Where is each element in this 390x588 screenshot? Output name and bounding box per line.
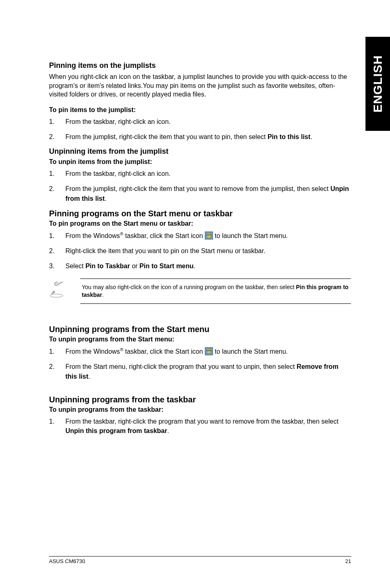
step: 2. From the jumplist, right-click the it… <box>49 184 351 203</box>
page-footer: ASUS CM6730 21 <box>49 556 351 564</box>
windows-start-icon <box>205 231 213 240</box>
step: 3. Select Pin to Taskbar or Pin to Start… <box>49 261 351 271</box>
step-text: From the Windows® taskbar, click the Sta… <box>65 346 351 357</box>
procedure-heading-pin-jumplist: To pin items to the jumplist: <box>49 106 351 114</box>
step: 1. From the taskbar, right-click an icon… <box>49 117 351 126</box>
steps-pin-programs: 1. From the Windows® taskbar, click the … <box>49 231 351 271</box>
step-text: Select Pin to Taskbar or Pin to Start me… <box>65 261 351 271</box>
procedure-heading-pin-programs: To pin programs on the Start menu or tas… <box>49 220 351 227</box>
windows-start-icon <box>205 347 213 355</box>
note-block: You may also right-click on the icon of … <box>49 278 351 304</box>
steps-pin-jumplist: 1. From the taskbar, right-click an icon… <box>49 117 351 141</box>
step: 1. From the taskbar, right-click an icon… <box>49 169 351 178</box>
step: 2. From the jumplist, right-click the it… <box>49 132 351 141</box>
step-number: 2. <box>49 132 65 141</box>
step-text: From the taskbar, right-click the progra… <box>65 417 351 435</box>
step-text: From the taskbar, right-click an icon. <box>65 117 351 126</box>
step-number: 2. <box>49 362 65 371</box>
svg-rect-3 <box>54 282 65 286</box>
step-number: 1. <box>49 347 65 356</box>
step-text: From the Windows® taskbar, click the Sta… <box>65 231 351 241</box>
step-number: 1. <box>49 417 65 426</box>
step-text: From the Start menu, right-click the pro… <box>65 362 351 381</box>
note-content-wrap: You may also right-click on the icon of … <box>80 278 351 304</box>
heading-unpin-taskbar: Unpinning programs from the taskbar <box>49 395 351 404</box>
page-content: Pinning items on the jumplists When you … <box>0 0 390 435</box>
footer-page-number: 21 <box>345 558 351 564</box>
step-number: 2. <box>49 246 65 256</box>
note-text: You may also right-click on the icon of … <box>80 279 351 303</box>
steps-unpin-jumplist: 1. From the taskbar, right-click an icon… <box>49 169 351 203</box>
steps-unpin-startmenu: 1. From the Windows® taskbar, click the … <box>49 346 351 381</box>
step-number: 1. <box>49 169 65 178</box>
heading-unpin-startmenu: Unpinning programs from the Start menu <box>49 325 351 334</box>
step-number: 2. <box>49 184 65 193</box>
heading-unpin-jumplist: Unpinning items from the jumplist <box>49 147 351 156</box>
procedure-heading-unpin-startmenu: To unpin programs from the Start menu: <box>49 336 351 343</box>
step-number: 3. <box>49 261 65 271</box>
note-rule-bottom <box>80 303 351 304</box>
heading-pin-programs: Pinning programs on the Start menu or ta… <box>49 209 351 218</box>
intro-pin-jumplist: When you right-click an icon on the task… <box>49 72 351 99</box>
step-text: From the jumplist, right-click the item … <box>65 184 351 203</box>
procedure-heading-unpin-jumplist: To unpin items from the jumplist: <box>49 158 351 166</box>
footer-left: ASUS CM6730 <box>49 558 85 564</box>
steps-unpin-taskbar: 1. From the taskbar, right-click the pro… <box>49 417 351 435</box>
step-text: Right-click the item that you want to pi… <box>65 246 351 256</box>
step-text: From the taskbar, right-click an icon. <box>65 169 351 178</box>
step: 1. From the Windows® taskbar, click the … <box>49 346 351 357</box>
svg-marker-4 <box>52 291 55 294</box>
procedure-heading-unpin-taskbar: To unpin programs from the taskbar: <box>49 406 351 413</box>
heading-pin-jumplist: Pinning items on the jumplists <box>49 61 351 70</box>
step-number: 1. <box>49 117 65 126</box>
step: 1. From the Windows® taskbar, click the … <box>49 231 351 241</box>
step-number: 1. <box>49 231 65 240</box>
svg-point-2 <box>50 294 63 297</box>
step: 2. Right-click the item that you want to… <box>49 246 351 256</box>
step: 1. From the taskbar, right-click the pro… <box>49 417 351 435</box>
pencil-note-icon <box>49 278 69 300</box>
step-text: From the jumplist, right-click the item … <box>65 132 351 141</box>
step: 2. From the Start menu, right-click the … <box>49 362 351 381</box>
